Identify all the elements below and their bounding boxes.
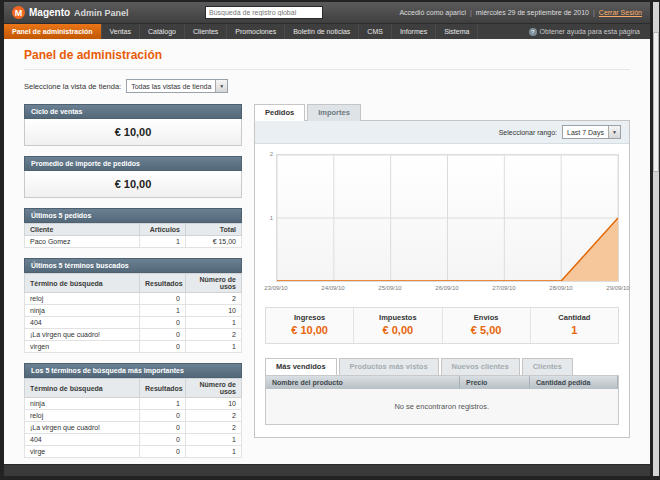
store-view-row: Seleccione la vista de tienda: Todas las…	[24, 79, 630, 93]
stat-label: Cantidad	[531, 313, 618, 322]
stat-label: Ingresos	[266, 313, 353, 322]
orders-chart: 21	[263, 154, 619, 282]
last-orders-card: Últimos 5 pedidos Cliente Artículos Tota…	[24, 208, 242, 248]
table-cell: 1	[140, 398, 186, 410]
table-cell: 0	[140, 422, 186, 434]
vertical-scrollbar[interactable]	[653, 2, 659, 476]
help-label: Obtener ayuda para esta página	[540, 28, 640, 35]
divider: |	[593, 9, 595, 16]
nav-item-clientes[interactable]: Clientes	[185, 24, 227, 39]
stat-label: Impuestos	[354, 313, 441, 322]
chevron-down-icon: ▼	[608, 126, 620, 138]
chart-x-axis: 23/09/1024/09/1025/09/1026/09/1027/09/10…	[276, 285, 618, 295]
table-cell: 0	[140, 410, 186, 422]
global-search-input[interactable]	[205, 6, 323, 19]
stat-impuestos: Impuestos € 0,00	[353, 308, 441, 343]
empty-row: No se encontraron registros.	[266, 389, 618, 424]
diagram-tabs: Pedidos Importes	[254, 104, 630, 121]
nav-item-promociones[interactable]: Promociones	[227, 24, 285, 39]
magento-admin-page: M Magento Admin Panel Accedió como apari…	[4, 2, 650, 476]
stat-value: 1	[531, 324, 618, 336]
table-row[interactable]: reloj02	[25, 293, 242, 305]
page-title: Panel de administración	[24, 48, 630, 70]
logo-subtitle: Admin Panel	[74, 8, 129, 18]
tab-productos-mas-vistos[interactable]: Productos más vistos	[339, 358, 439, 375]
footer-bar	[4, 464, 650, 476]
x-tick-label: 28/09/10	[549, 285, 572, 291]
table-row[interactable]: 40401	[25, 317, 242, 329]
table-row[interactable]: ninja110	[25, 398, 242, 410]
table-cell: 1	[186, 317, 242, 329]
table-cell: ninja	[25, 305, 140, 317]
nav-item-cms[interactable]: CMS	[359, 24, 392, 39]
left-column: Ciclo de ventas € 10,00 Promedio de impo…	[24, 104, 242, 464]
table-row[interactable]: Paco Gomez1€ 15,00	[25, 236, 242, 248]
nav-item-informes[interactable]: Informes	[392, 24, 436, 39]
tab-importes[interactable]: Importes	[307, 104, 361, 121]
table-cell: virge	[25, 446, 140, 458]
nav-item-sistema[interactable]: Sistema	[436, 24, 478, 39]
table-row[interactable]: virge01	[25, 446, 242, 458]
stat-label: Envíos	[443, 313, 530, 322]
table-cell: virgen	[25, 341, 140, 353]
logout-link[interactable]: Cerrar Sesión	[599, 9, 642, 16]
column-header: Precio	[460, 376, 530, 389]
lifetime-sales-value: € 10,00	[24, 119, 242, 146]
range-label: Seleccionar rango:	[499, 129, 557, 136]
table-row[interactable]: ¡La virgen que cuadro!02	[25, 422, 242, 434]
table-row[interactable]: 40401	[25, 434, 242, 446]
stat-ingresos: Ingresos € 10,00	[266, 308, 353, 343]
help-icon: ?	[529, 28, 537, 36]
stat-cantidad: Cantidad 1	[530, 308, 618, 343]
orders-chart-svg	[277, 155, 618, 281]
tab-clientes[interactable]: Clientes	[522, 358, 573, 375]
table-cell: 0	[140, 341, 186, 353]
top-search-terms-card: Los 5 términos de búsqueda más important…	[24, 363, 242, 458]
scrollbar-thumb[interactable]	[653, 32, 659, 172]
nav-item-catalogo[interactable]: Catálogo	[140, 24, 185, 39]
store-view-select[interactable]: Todas las vistas de tienda ▼	[126, 79, 228, 93]
column-header: Resultados	[140, 379, 186, 398]
chart-y-axis: 21	[263, 154, 276, 282]
y-tick-label: 1	[270, 215, 273, 221]
content-area: Panel de administración Seleccione la vi…	[4, 39, 650, 464]
table-cell: 2	[186, 293, 242, 305]
table-row[interactable]: virgen01	[25, 341, 242, 353]
chevron-down-icon: ▼	[215, 80, 227, 92]
tab-nuevos-clientes[interactable]: Nuevos clientes	[441, 358, 520, 375]
stat-value: € 10,00	[266, 324, 353, 336]
lifetime-sales-card: Ciclo de ventas € 10,00	[24, 104, 242, 146]
help-link[interactable]: ? Obtener ayuda para esta página	[519, 24, 650, 39]
column-header: Total	[186, 224, 242, 236]
column-header: Cantidad pedida	[530, 376, 618, 389]
table-cell: reloj	[25, 410, 140, 422]
table-row[interactable]: ¡La virgen que cuadro!02	[25, 329, 242, 341]
table-cell: 0	[140, 446, 186, 458]
column-header: Resultados	[140, 274, 186, 293]
table-cell: 0	[140, 293, 186, 305]
orders-panel: Seleccionar rango: Last 7 Days ▼ 21	[254, 120, 630, 438]
column-header: Número de usos	[186, 379, 242, 398]
nav-item-dashboard[interactable]: Panel de administración	[4, 24, 102, 39]
table-row[interactable]: ninja110	[25, 305, 242, 317]
nav-item-ventas[interactable]: Ventas	[102, 24, 140, 39]
column-header: Número de usos	[186, 274, 242, 293]
magento-logo[interactable]: M Magento Admin Panel	[12, 6, 129, 19]
table-cell: 10	[186, 305, 242, 317]
range-select[interactable]: Last 7 Days ▼	[562, 125, 621, 139]
empty-message: No se encontraron registros.	[266, 389, 618, 424]
table-cell: ¡La virgen que cuadro!	[25, 329, 140, 341]
table-row[interactable]: reloj02	[25, 410, 242, 422]
tab-mas-vendidos[interactable]: Más vendidos	[265, 358, 337, 375]
range-bar: Seleccionar rango: Last 7 Days ▼	[255, 121, 629, 144]
browser-frame: M Magento Admin Panel Accedió como apari…	[0, 0, 660, 480]
table-cell: reloj	[25, 293, 140, 305]
header-bar: M Magento Admin Panel Accedió como apari…	[4, 2, 650, 24]
table-cell: 2	[186, 410, 242, 422]
table-cell: 1	[186, 446, 242, 458]
table-cell: 10	[186, 398, 242, 410]
nav-item-boletin[interactable]: Boletín de noticias	[285, 24, 359, 39]
y-tick-label: 2	[270, 151, 273, 157]
tab-pedidos[interactable]: Pedidos	[254, 104, 305, 121]
average-orders-card: Promedio de importe de pedidos € 10,00	[24, 156, 242, 198]
